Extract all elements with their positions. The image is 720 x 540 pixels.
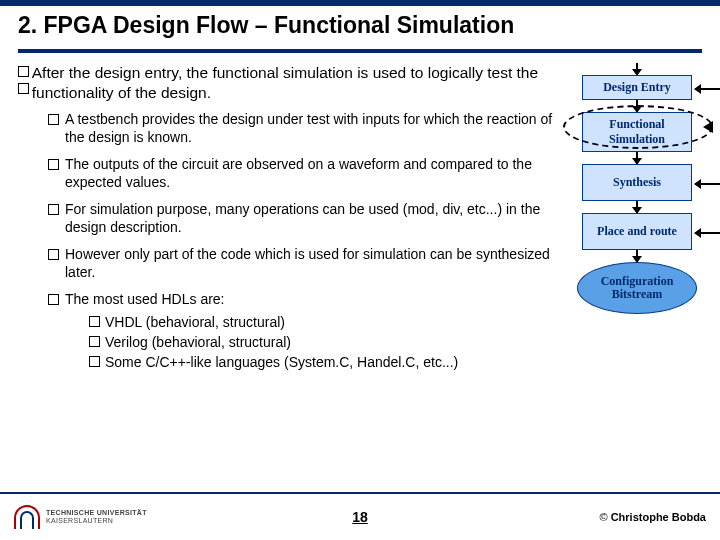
page-number: 18	[352, 509, 368, 525]
checkbox-icon	[48, 159, 59, 170]
checkbox-icon	[48, 249, 59, 260]
diagram-label: Design Entry	[603, 80, 671, 94]
flow-diagram: Design Entry Functional Simulation Synth…	[562, 63, 712, 375]
pointer-icon	[703, 121, 713, 133]
logo-gate-icon	[14, 505, 40, 529]
uni-line-1: TECHNISCHE UNIVERSITÄT	[46, 509, 147, 517]
checkbox-icon	[48, 114, 59, 125]
bullet-text: However only part of the code which is u…	[65, 246, 558, 281]
intro-text: After the design entry, the functional s…	[32, 63, 558, 103]
checkbox-icon	[89, 316, 100, 327]
sub-list: VHDL (behavioral, structural) Verilog (b…	[65, 313, 558, 372]
copyright: © Christophe Bobda	[599, 511, 706, 523]
arrow-down-icon	[636, 100, 638, 112]
sub-text: Some C/C++-like languages (System.C, Han…	[105, 353, 458, 371]
diagram-box-functional-simulation: Functional Simulation	[582, 112, 692, 152]
university-logo: TECHNISCHE UNIVERSITÄT KAISERSLAUTERN	[14, 505, 147, 529]
checkbox-icon	[18, 66, 29, 77]
diagram-box-design-entry: Design Entry	[582, 75, 692, 100]
title-area: 2. FPGA Design Flow – Functional Simulat…	[0, 6, 720, 43]
checkbox-icon	[18, 83, 29, 94]
diagram-label: Functional Simulation	[609, 117, 665, 146]
side-arrow-icon	[695, 88, 720, 90]
bullet-text: A testbench provides the design under te…	[65, 111, 558, 146]
arrow-down-icon	[636, 152, 638, 164]
diagram-box-place-route: Place and route	[582, 213, 692, 250]
list-item: For simulation purpose, many operations …	[48, 201, 558, 236]
diagram-label: Place and route	[597, 224, 677, 238]
uni-line-2: KAISERSLAUTERN	[46, 517, 147, 525]
side-arrow-icon	[695, 232, 720, 234]
sub-item: VHDL (behavioral, structural)	[89, 313, 558, 331]
sub-item: Verilog (behavioral, structural)	[89, 333, 558, 351]
content-row: After the design entry, the functional s…	[0, 53, 720, 375]
list-item: A testbench provides the design under te…	[48, 111, 558, 146]
diagram-label: Synthesis	[613, 175, 661, 189]
footer: TECHNISCHE UNIVERSITÄT KAISERSLAUTERN 18…	[0, 492, 720, 540]
diagram-label: Configuration Bitstream	[582, 275, 692, 301]
checkbox-icon	[89, 356, 100, 367]
list-item: The most used HDLs are: VHDL (behavioral…	[48, 291, 558, 373]
slide-title: 2. FPGA Design Flow – Functional Simulat…	[18, 12, 702, 39]
copyright-symbol: ©	[599, 511, 607, 523]
side-arrow-icon	[695, 183, 720, 185]
diagram-box-synthesis: Synthesis	[582, 164, 692, 201]
bullet-text: The most used HDLs are:	[65, 291, 225, 307]
sub-item: Some C/C++-like languages (System.C, Han…	[89, 353, 558, 371]
list-item: However only part of the code which is u…	[48, 246, 558, 281]
bullet-text: The outputs of the circuit are observed …	[65, 156, 558, 191]
checkbox-icon	[89, 336, 100, 347]
intro-paragraph: After the design entry, the functional s…	[18, 63, 558, 103]
sub-text: Verilog (behavioral, structural)	[105, 333, 291, 351]
diagram-oval-bitstream: Configuration Bitstream	[577, 262, 697, 314]
bullet-text: For simulation purpose, many operations …	[65, 201, 558, 236]
checkbox-icon	[48, 294, 59, 305]
logo-text: TECHNISCHE UNIVERSITÄT KAISERSLAUTERN	[46, 509, 147, 524]
bullet-list: A testbench provides the design under te…	[18, 111, 558, 373]
arrow-down-icon	[636, 201, 638, 213]
arrow-down-icon	[636, 250, 638, 262]
list-item: The outputs of the circuit are observed …	[48, 156, 558, 191]
sub-text: VHDL (behavioral, structural)	[105, 313, 285, 331]
text-column: After the design entry, the functional s…	[18, 63, 562, 375]
copyright-name: Christophe Bobda	[611, 511, 706, 523]
checkbox-icon	[48, 204, 59, 215]
arrow-down-icon	[636, 63, 638, 75]
